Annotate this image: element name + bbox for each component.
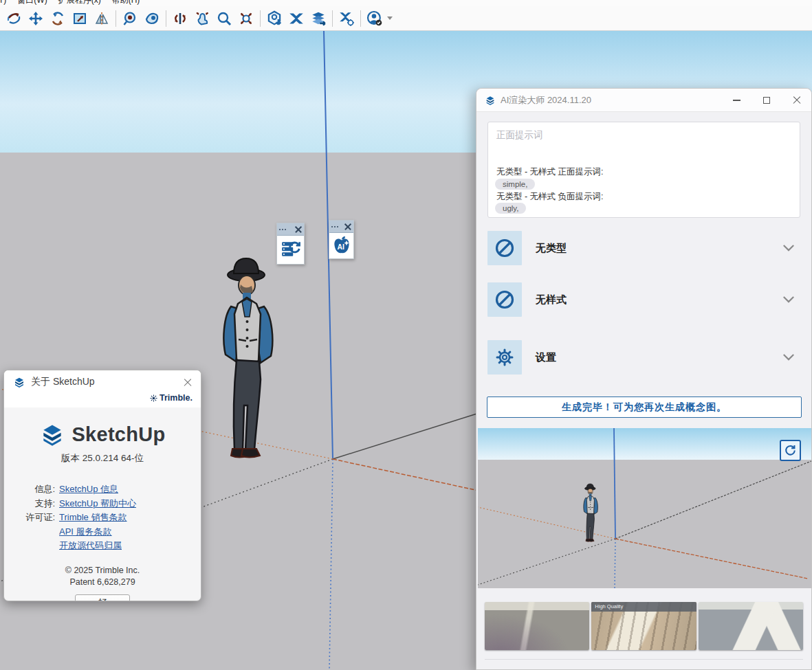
extension-cross-icon[interactable] <box>287 9 306 28</box>
section-label: 设置 <box>536 351 556 364</box>
scale-figure <box>208 245 283 476</box>
toolbar-separator <box>332 10 333 27</box>
sketchup-window: 工具(T) 窗口(W) 扩展程序(x) 帮助(H) <box>0 0 812 670</box>
divider <box>485 659 803 660</box>
turn-around-icon[interactable] <box>171 9 190 28</box>
prohibition-icon <box>487 282 522 317</box>
negative-prompt-label: 无类型 - 无样式 负面提示词: <box>496 191 604 203</box>
toolbar <box>0 6 812 31</box>
extension-layers-export-icon[interactable] <box>309 9 328 28</box>
prohibition-icon <box>487 231 522 265</box>
about-link-row: 支持: SketchUp 帮助中心 <box>4 497 201 511</box>
menu-item-extensions[interactable]: 扩展程序(x) <box>58 0 101 6</box>
generate-status-button[interactable]: 生成完毕！可为您再次生成概念图。 <box>487 397 802 418</box>
ai-render-dialog: AI渲染大师 2024.11.20 正面提示词 无类型 - 无样式 正面提示词:… <box>476 88 812 670</box>
close-icon[interactable] <box>344 223 351 230</box>
close-icon[interactable] <box>183 378 192 387</box>
trimble-wordmark: Trimble. <box>160 393 193 403</box>
prompt-textarea[interactable]: 正面提示词 无类型 - 无样式 正面提示词: simple, 无类型 - 无样式… <box>487 122 800 218</box>
patent-text: Patent 6,628,279 <box>4 577 201 588</box>
sketchup-wordmark: SketchUp <box>72 423 165 446</box>
toolbar-separator <box>166 10 166 27</box>
menu-item-help[interactable]: 帮助(H) <box>112 0 140 6</box>
account-dropdown-caret[interactable] <box>387 16 393 20</box>
account-icon[interactable] <box>365 9 384 28</box>
zoom-window-icon[interactable] <box>70 9 89 28</box>
about-dialog-titlebar: 关于 SketchUp Trimble. <box>4 370 201 407</box>
positive-prompt-tag: simple, <box>495 179 535 190</box>
section-label: 无类型 <box>536 242 567 255</box>
apple-ai-icon[interactable]: AI <box>332 236 351 255</box>
walk-icon[interactable] <box>193 9 212 28</box>
render-thumbnail[interactable] <box>699 602 803 650</box>
render-thumbnail[interactable] <box>485 602 589 650</box>
zoom-icon[interactable] <box>215 9 234 28</box>
link-row-label: 信息: <box>4 482 59 497</box>
flip-icon[interactable] <box>92 9 111 28</box>
close-icon[interactable] <box>295 226 302 233</box>
preview-axes <box>478 428 811 588</box>
menu-item-window[interactable]: 窗口(W) <box>17 0 47 6</box>
about-link-row: 开放源代码归属 <box>4 539 201 553</box>
overflow-dots-icon <box>279 229 286 230</box>
link-row-label: 许可证: <box>4 511 59 525</box>
svg-text:AI: AI <box>337 243 344 251</box>
chevron-down-icon[interactable] <box>782 351 795 364</box>
extension-hexagon-download-icon[interactable] <box>265 9 284 28</box>
thumbnail-overlay-label: High Quality <box>591 602 696 612</box>
floating-toolbar-titlebar[interactable] <box>277 223 304 236</box>
floating-toolbar-titlebar[interactable] <box>329 221 353 233</box>
chevron-down-icon[interactable] <box>782 242 795 254</box>
maximize-icon[interactable] <box>758 94 776 107</box>
ai-dialog-title: AI渲染大师 2024.11.20 <box>501 94 591 107</box>
sketchup-logo-icon <box>485 95 496 106</box>
section-no-style[interactable]: 无样式 <box>476 282 811 317</box>
negative-prompt-tag: ugly, <box>495 203 526 214</box>
render-thumbnails: High Quality <box>485 602 803 650</box>
pan-icon[interactable] <box>26 9 45 28</box>
about-link-row: 许可证: Trimble 销售条款 <box>4 511 201 525</box>
refresh-button[interactable] <box>780 440 801 461</box>
terms-of-sale-link[interactable]: Trimble 销售条款 <box>59 511 127 525</box>
refresh-icon <box>784 444 797 457</box>
positive-prompt-label: 无类型 - 无样式 正面提示词: <box>496 166 604 178</box>
position-camera-icon[interactable] <box>120 9 140 28</box>
copyright-text: © 2025 Trimble Inc. <box>4 565 201 577</box>
floating-toolbar-ai[interactable]: AI <box>329 220 354 259</box>
minimize-icon[interactable] <box>727 94 745 107</box>
floating-toolbar-sync[interactable] <box>276 223 305 265</box>
rotate-icon[interactable] <box>48 9 67 28</box>
gear-icon <box>487 340 522 375</box>
toolbar-separator <box>360 10 361 27</box>
about-links: 信息: SketchUp 信息 支持: SketchUp 帮助中心 许可证: T… <box>4 482 201 553</box>
close-icon[interactable] <box>788 94 806 107</box>
menu-bar: 工具(T) 窗口(W) 扩展程序(x) 帮助(H) <box>0 0 812 6</box>
help-center-link[interactable]: SketchUp 帮助中心 <box>59 497 136 511</box>
overflow-dots-icon <box>331 226 338 227</box>
ai-dialog-titlebar[interactable]: AI渲染大师 2024.11.20 <box>476 89 811 112</box>
look-around-icon[interactable] <box>142 9 162 28</box>
orbit-icon[interactable] <box>4 9 23 28</box>
zoom-extents-icon[interactable] <box>237 9 256 28</box>
prompt-placeholder: 正面提示词 <box>496 129 543 142</box>
menu-item-tools[interactable]: 工具(T) <box>0 0 6 6</box>
about-link-row: API 服务条款 <box>4 525 201 539</box>
about-sketchup-dialog: 关于 SketchUp Trimble. SketchUp 版本 25.0.21… <box>3 370 201 601</box>
chevron-down-icon[interactable] <box>782 293 795 306</box>
section-no-type[interactable]: 无类型 <box>476 231 811 265</box>
extension-cross-settings-icon[interactable] <box>337 9 356 28</box>
sketchup-logo-icon <box>13 376 25 388</box>
sketchup-logo-icon <box>39 421 65 447</box>
about-link-row: 信息: SketchUp 信息 <box>4 482 201 497</box>
open-source-link[interactable]: 开放源代码归属 <box>59 539 122 553</box>
ok-button[interactable]: 好 <box>75 594 130 602</box>
section-settings[interactable]: 设置 <box>476 340 811 375</box>
sketchup-info-link[interactable]: SketchUp 信息 <box>59 482 118 497</box>
render-thumbnail[interactable]: High Quality <box>591 602 696 650</box>
toolbar-separator <box>260 10 261 27</box>
trimble-logo-icon <box>150 394 157 402</box>
version-text: 版本 25.0.214 64-位 <box>4 452 201 465</box>
render-preview-viewport[interactable] <box>478 428 811 588</box>
api-terms-link[interactable]: API 服务条款 <box>59 525 112 539</box>
server-sync-icon[interactable] <box>281 238 301 259</box>
